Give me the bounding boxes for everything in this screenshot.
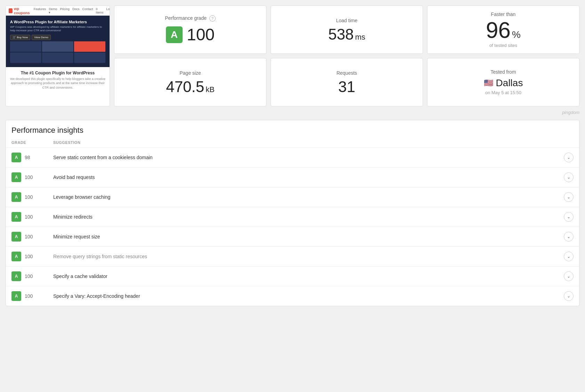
expand-button[interactable]: ⌄ (564, 192, 574, 202)
site-preview-card: wp coupons Features Demo ▾ Pricing Docs … (6, 6, 110, 106)
insight-grade-badge: A (11, 172, 21, 182)
nav-link: Login (106, 7, 110, 14)
grade-cell: A 100 (11, 172, 53, 182)
grade-cell: A 100 (11, 232, 53, 242)
expand-button[interactable]: ⌄ (564, 172, 574, 182)
insight-score: 100 (25, 174, 33, 180)
metrics-grid: Performance grade ? A 100 Load time 538 … (114, 6, 579, 106)
insight-grade-badge: A (11, 291, 21, 301)
insight-row[interactable]: A 98 Serve static content from a cookiel… (6, 148, 579, 168)
insight-grade-badge: A (11, 252, 21, 261)
grade-column-header: GRADE (11, 140, 53, 145)
insight-grade-badge: A (11, 232, 21, 242)
insight-suggestion: Leverage browser caching (53, 194, 560, 200)
insight-row[interactable]: A 100 Avoid bad requests ⌄ (6, 168, 579, 187)
grade-cell: A 100 (11, 212, 53, 222)
tested-from-city: Dallas (496, 77, 523, 89)
nav-link: Docs (72, 7, 80, 14)
requests-label: Requests (336, 70, 357, 76)
expand-button[interactable]: ⌄ (564, 232, 574, 242)
screen-thumb-2 (42, 41, 73, 52)
insight-grade-badge: A (11, 192, 21, 202)
nav-links: Features Demo ▾ Pricing Docs Contact 0 I… (34, 7, 110, 14)
insight-suggestion: Minimize redirects (53, 214, 560, 220)
grade-badge: A (166, 26, 183, 43)
insight-grade-badge: A (11, 212, 21, 222)
requests-card: Requests 31 (271, 58, 423, 106)
expand-button[interactable]: ⌄ (564, 252, 574, 261)
insight-row[interactable]: A 100 Leverage browser caching ⌄ (6, 187, 579, 207)
insight-suggestion: Serve static content from a cookieless d… (53, 155, 560, 160)
insight-score: 100 (25, 273, 33, 279)
expand-button[interactable]: ⌄ (564, 153, 574, 162)
demo-button: View Demo (32, 35, 51, 40)
screen-thumb-3 (74, 41, 105, 52)
load-time-value: 538 ms (328, 27, 366, 42)
preview-caption: The #1 Coupon Plugin for WordPress (10, 71, 105, 75)
flag-icon: 🇺🇸 (484, 79, 493, 88)
insight-score: 100 (25, 214, 33, 220)
grade-cell: A 100 (11, 192, 53, 202)
grade-cell: A 100 (11, 291, 53, 301)
screen-thumb-6 (74, 52, 105, 63)
tested-from-location: 🇺🇸 Dallas (484, 77, 523, 89)
tested-from-date: on May 5 at 15:50 (485, 90, 521, 95)
insight-suggestion: Specify a Vary: Accept-Encoding header (53, 293, 560, 299)
tested-from-label: Tested from (490, 69, 516, 75)
insight-score: 98 (25, 155, 30, 160)
insight-row[interactable]: A 100 Remove query strings from static r… (6, 247, 579, 267)
hero-description: WP Coupons was developed by affiliate ma… (10, 25, 105, 33)
requests-value: 31 (338, 79, 355, 95)
preview-nav: wp coupons Features Demo ▾ Pricing Docs … (6, 6, 110, 16)
preview-subcaption: We developed this plugin specifically to… (10, 77, 105, 90)
nav-link: 0 Items (96, 7, 103, 14)
logo-text: wp coupons (14, 7, 31, 15)
grade-cell: A 100 (11, 252, 53, 261)
load-time-card: Load time 538 ms (271, 6, 423, 54)
preview-text: The #1 Coupon Plugin for WordPress We de… (6, 67, 110, 93)
nav-link: Contact (82, 7, 93, 14)
insight-score: 100 (25, 234, 33, 239)
insight-suggestion: Minimize request size (53, 234, 560, 239)
nav-link: Demo ▾ (49, 7, 57, 14)
faster-than-label: Faster than (491, 11, 516, 17)
grade-cell: A 98 (11, 153, 53, 162)
faster-than-sub: of tested sites (489, 43, 517, 48)
insight-grade-badge: A (11, 153, 21, 162)
performance-grade-card: Performance grade ? A 100 (114, 6, 266, 54)
insight-score: 100 (25, 293, 33, 299)
insight-row[interactable]: A 100 Minimize request size ⌄ (6, 227, 579, 247)
grade-cell: A 100 (11, 271, 53, 281)
buy-button: 🛒 Buy Now (10, 35, 30, 40)
pingdom-watermark: pingdom (0, 109, 585, 117)
screen-thumb-1 (10, 41, 41, 52)
expand-button[interactable]: ⌄ (564, 271, 574, 281)
load-time-label: Load time (336, 18, 357, 23)
insight-row[interactable]: A 100 Specify a Vary: Accept-Encoding he… (6, 286, 579, 306)
faster-than-card: Faster than 96 % of tested sites (427, 6, 579, 54)
page-size-card: Page size 470.5 kB (114, 58, 266, 106)
site-logo: wp coupons (9, 7, 31, 15)
tested-from-card: Tested from 🇺🇸 Dallas on May 5 at 15:50 (427, 58, 579, 106)
help-icon[interactable]: ? (209, 15, 216, 22)
expand-button[interactable]: ⌄ (564, 212, 574, 222)
screen-thumb-4 (10, 52, 41, 63)
nav-link: Pricing (60, 7, 70, 14)
insights-table-header: GRADE SUGGESTION (6, 138, 579, 148)
expand-button[interactable]: ⌄ (564, 291, 574, 301)
insight-score: 100 (25, 254, 33, 259)
insight-row[interactable]: A 100 Minimize redirects ⌄ (6, 207, 579, 227)
faster-than-value: 96 % (486, 19, 521, 41)
insight-suggestion: Avoid bad requests (53, 174, 560, 180)
preview-screens (10, 41, 105, 63)
page-size-label: Page size (179, 70, 201, 76)
insights-section: Performance insights GRADE SUGGESTION A … (6, 120, 579, 306)
preview-hero: A WordPress Plugin for Affiliate Markete… (6, 16, 110, 67)
insights-rows: A 98 Serve static content from a cookiel… (6, 148, 579, 306)
insight-suggestion: Specify a cache validator (53, 273, 560, 279)
insights-title: Performance insights (6, 120, 579, 138)
insight-suggestion: Remove query strings from static resourc… (53, 254, 560, 259)
insight-row[interactable]: A 100 Specify a cache validator ⌄ (6, 267, 579, 286)
grade-score: 100 (187, 25, 215, 44)
suggestion-column-header: SUGGESTION (53, 140, 560, 145)
